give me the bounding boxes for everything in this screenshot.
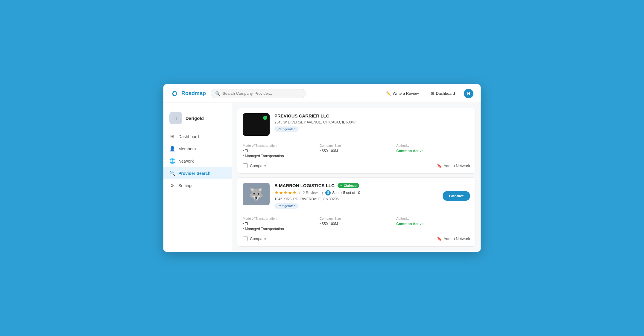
transport-label: Mode of Transportation xyxy=(243,144,317,147)
search-icon: 🔍 xyxy=(215,91,220,96)
authority-label: Authority xyxy=(396,217,470,220)
table-row: 🐺 B MARRON LOGISTICS LLC ✓ Claimed ★★★★ xyxy=(237,177,476,247)
transport-meta: Mode of Transportation TL Managed Transp… xyxy=(243,217,317,232)
card-meta: Mode of Transportation TL Managed Transp… xyxy=(243,217,470,232)
sidebar: ≋ Darigold ⊞ Dashboard 👤 Members 🌐 Netwo… xyxy=(163,103,232,252)
sidebar-item-settings[interactable]: ⚙ Settings xyxy=(163,179,232,192)
sidebar-item-label: Members xyxy=(178,146,196,151)
compare-checkbox-label[interactable]: Compare xyxy=(243,163,266,168)
divider xyxy=(243,213,470,213)
list-item: TL xyxy=(243,149,317,153)
authority-value: Common Active xyxy=(396,149,470,153)
contact-button[interactable]: Contact xyxy=(443,191,470,201)
provider-tag: Refrigerated xyxy=(274,203,299,209)
card-top: 🐺 B MARRON LOGISTICS LLC ✓ Claimed ★★★★ xyxy=(243,183,470,209)
network-icon: 🌐 xyxy=(169,158,175,164)
dashboard-icon: ⊞ xyxy=(169,134,175,139)
list-item: Managed Transportation xyxy=(243,154,317,158)
card-meta: Mode of Transportation TL Managed Transp… xyxy=(243,144,470,159)
dashboard-button[interactable]: ⊞ Dashboard xyxy=(428,89,458,97)
provider-tag: Refrigerated xyxy=(274,126,299,132)
claimed-badge: ✓ Claimed xyxy=(338,183,359,188)
settings-icon: ⚙ xyxy=(169,183,175,188)
provider-title-row: B MARRON LOGISTICS LLC ✓ Claimed xyxy=(274,183,438,188)
size-meta: Company Size $50-100M xyxy=(320,217,394,232)
provider-address: 1345 KING RD, RIVERDALE, GA 30296 xyxy=(274,197,438,201)
sidebar-item-label: Provider Search xyxy=(178,171,210,176)
write-review-button[interactable]: ✏️ Write a Review xyxy=(383,89,422,97)
logo-text: Roadmap xyxy=(181,90,206,97)
list-item: $50-100M xyxy=(320,222,394,226)
company-avatar: ≋ xyxy=(169,112,182,124)
compare-checkbox[interactable] xyxy=(243,236,247,241)
provider-info: B MARRON LOGISTICS LLC ✓ Claimed ★★★★★ (… xyxy=(274,183,438,209)
provider-logo xyxy=(243,113,270,136)
sidebar-item-label: Network xyxy=(178,159,194,164)
sidebar-item-dashboard[interactable]: ⊞ Dashboard xyxy=(163,130,232,143)
pencil-icon: ✏️ xyxy=(386,91,391,96)
logo-icon xyxy=(171,89,179,98)
reviews-count-close: ) xyxy=(322,191,323,195)
score-value: 5 out of 10 xyxy=(343,191,360,195)
add-to-network-button[interactable]: 🔖 Add to Network xyxy=(437,164,470,168)
grid-icon: ⊞ xyxy=(431,91,434,96)
members-icon: 👤 xyxy=(169,146,175,152)
main-content: PREVIOUS CARRIER LLC 2345 W DIVERSEY AVE… xyxy=(232,103,481,252)
header: Roadmap 🔍 ✏️ Write a Review ⊞ Dashboard … xyxy=(163,84,481,103)
list-item: Managed Transportation xyxy=(243,227,317,231)
provider-search-icon: 🔍 xyxy=(169,170,175,176)
reviews-count-value: 2 Reviews xyxy=(303,191,319,195)
authority-meta: Authority Common Active xyxy=(396,144,470,159)
size-label: Company Size xyxy=(320,217,394,220)
search-input[interactable] xyxy=(223,91,302,96)
list-item: $50-100M xyxy=(320,149,394,153)
table-row: PREVIOUS CARRIER LLC 2345 W DIVERSEY AVE… xyxy=(237,108,476,174)
bookmark-icon: 🔖 xyxy=(437,236,442,241)
authority-meta: Authority Common Active xyxy=(396,217,470,232)
transport-meta: Mode of Transportation TL Managed Transp… xyxy=(243,144,317,159)
providers-list: PREVIOUS CARRIER LLC 2345 W DIVERSEY AVE… xyxy=(232,103,481,251)
sidebar-nav: ⊞ Dashboard 👤 Members 🌐 Network 🔍 Provid… xyxy=(163,130,232,192)
sidebar-item-provider-search[interactable]: 🔍 Provider Search xyxy=(163,167,232,179)
transport-label: Mode of Transportation xyxy=(243,217,317,220)
provider-info: PREVIOUS CARRIER LLC 2345 W DIVERSEY AVE… xyxy=(274,113,470,132)
compare-label: Compare xyxy=(250,236,266,241)
card-top: PREVIOUS CARRIER LLC 2345 W DIVERSEY AVE… xyxy=(243,113,470,136)
authority-label: Authority xyxy=(396,144,470,147)
provider-name: PREVIOUS CARRIER LLC xyxy=(274,113,329,118)
check-icon: ✓ xyxy=(340,184,343,187)
score-label: Score xyxy=(332,191,341,195)
score-icon: S xyxy=(325,190,331,196)
claimed-label: Claimed xyxy=(344,184,357,187)
header-right: ✏️ Write a Review ⊞ Dashboard H xyxy=(383,89,473,98)
logo[interactable]: Roadmap xyxy=(171,89,206,98)
compare-checkbox-label[interactable]: Compare xyxy=(243,236,266,241)
sidebar-item-members[interactable]: 👤 Members xyxy=(163,143,232,155)
star-rating: ★★★★★ xyxy=(274,190,297,196)
add-to-network-button[interactable]: 🔖 Add to Network xyxy=(437,236,470,241)
reviews-count: ( xyxy=(299,191,300,195)
provider-title-row: PREVIOUS CARRIER LLC xyxy=(274,113,470,118)
sidebar-item-network[interactable]: 🌐 Network xyxy=(163,155,232,167)
bookmark-icon: 🔖 xyxy=(437,164,442,168)
compare-checkbox[interactable] xyxy=(243,163,247,168)
sidebar-item-label: Settings xyxy=(178,183,194,188)
size-list: $50-100M xyxy=(320,149,394,153)
authority-value: Common Active xyxy=(396,222,470,226)
size-label: Company Size xyxy=(320,144,394,147)
list-item: TL xyxy=(243,222,317,226)
divider xyxy=(243,140,470,140)
avatar[interactable]: H xyxy=(464,89,473,98)
company-profile: ≋ Darigold xyxy=(163,109,232,130)
score-badge: S Score 5 out of 10 xyxy=(325,190,360,196)
size-list: $50-100M xyxy=(320,222,394,226)
card-footer: Compare 🔖 Add to Network xyxy=(243,236,470,241)
card-footer: Compare 🔖 Add to Network xyxy=(243,163,470,168)
provider-logo: 🐺 xyxy=(243,183,270,205)
company-name: Darigold xyxy=(186,116,204,121)
transport-list: TL Managed Transportation xyxy=(243,149,317,158)
stars-row: ★★★★★ (2 Reviews) S Score 5 out of 10 xyxy=(274,190,438,196)
sidebar-item-label: Dashboard xyxy=(178,134,199,139)
search-bar[interactable]: 🔍 xyxy=(211,89,306,98)
provider-name: B MARRON LOGISTICS LLC xyxy=(274,183,335,188)
